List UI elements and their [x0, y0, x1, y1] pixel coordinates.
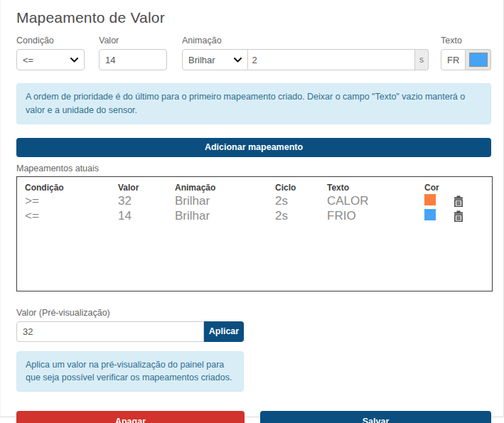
header-condition: Condição: [25, 183, 118, 193]
footer-actions: Apagar Salvar: [16, 411, 491, 423]
chevron-down-icon: [234, 58, 242, 63]
header-cycle: Ciclo: [275, 183, 327, 193]
value-input[interactable]: [99, 49, 167, 70]
row-condition: <=: [25, 209, 118, 223]
trash-icon: [454, 210, 463, 222]
animation-selected-value: Brilhar: [188, 55, 215, 65]
preview-info-box: Aplica um valor na pré-visualização do p…: [16, 351, 244, 392]
header-color: Cor: [424, 183, 451, 193]
header-value: Valor: [118, 183, 175, 193]
preview-input-group: Aplicar: [16, 321, 244, 342]
row-text: FRIO: [327, 209, 424, 223]
text-input[interactable]: [441, 49, 466, 70]
row-color-swatch: [424, 194, 436, 205]
header-animation: Animação: [175, 183, 275, 193]
text-label: Texto: [441, 36, 491, 45]
preview-label: Valor (Pré-visualização): [16, 308, 491, 318]
cycle-input[interactable]: [248, 49, 415, 70]
header-text: Texto: [327, 183, 424, 193]
delete-button[interactable]: Apagar: [16, 411, 245, 423]
condition-label: Condição: [16, 36, 85, 45]
animation-label: Animação: [182, 36, 429, 45]
trash-icon: [454, 196, 463, 207]
value-label: Valor: [99, 36, 167, 45]
color-picker[interactable]: [466, 49, 491, 70]
row-value: 14: [118, 209, 175, 223]
row-value: 32: [118, 194, 175, 208]
text-group: Texto: [441, 36, 491, 70]
delete-mapping-button[interactable]: [451, 195, 466, 208]
mapping-row: >= 32 Brilhar 2s CALOR: [25, 194, 492, 209]
chevron-down-icon: [70, 58, 78, 63]
value-group: Valor: [99, 36, 167, 70]
row-animation: Brilhar: [175, 209, 275, 223]
row-color-swatch: [424, 209, 436, 220]
mappings-table-header: Condição Valor Animação Ciclo Texto Cor: [25, 183, 492, 193]
delete-mapping-button[interactable]: [451, 210, 466, 223]
value-mapping-panel: Mapeamento de Valor Condição <= Valor An…: [0, 0, 504, 417]
row-condition: >=: [25, 194, 118, 208]
animation-select[interactable]: Brilhar: [182, 49, 248, 70]
row-cycle: 2s: [275, 194, 327, 208]
condition-group: Condição <=: [16, 36, 85, 70]
add-mapping-button[interactable]: Adicionar mapeamento: [16, 138, 491, 157]
row-animation: Brilhar: [175, 194, 275, 208]
condition-selected-value: <=: [23, 55, 33, 65]
condition-select[interactable]: <=: [16, 49, 85, 70]
row-text: CALOR: [327, 194, 424, 208]
current-mappings-label: Mapeamentos atuais: [16, 164, 491, 173]
apply-button[interactable]: Aplicar: [204, 321, 244, 342]
preview-value-input[interactable]: [16, 321, 204, 342]
priority-info-box: A ordem de prioridade é do último para o…: [16, 83, 491, 124]
save-button[interactable]: Salvar: [260, 411, 491, 423]
mappings-table: Condição Valor Animação Ciclo Texto Cor …: [16, 176, 493, 291]
color-picker-swatch: [469, 53, 488, 67]
cycle-unit-addon: s: [415, 49, 429, 70]
mapping-row: <= 14 Brilhar 2s FRIO: [25, 209, 492, 224]
row-cycle: 2s: [275, 209, 327, 223]
mapping-form-row: Condição <= Valor Animação Brilhar: [16, 36, 491, 70]
animation-group: Animação Brilhar s: [182, 36, 429, 70]
page-title: Mapeamento de Valor: [16, 9, 491, 26]
